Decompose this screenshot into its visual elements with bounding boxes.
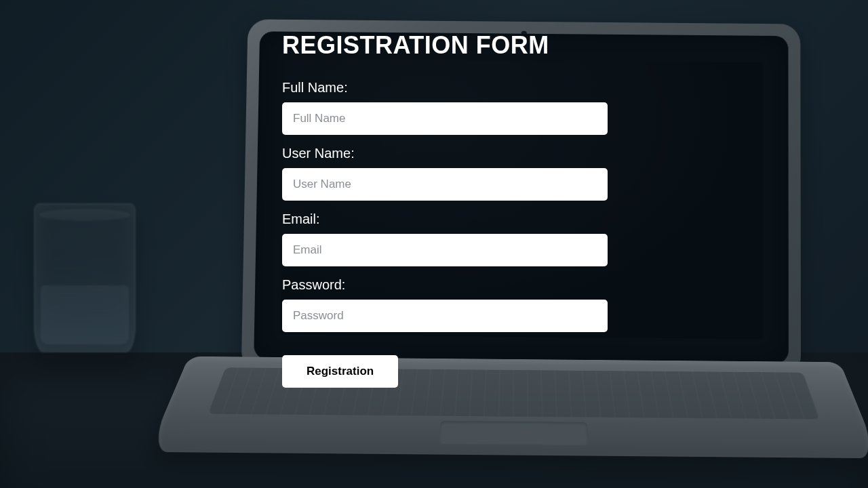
registration-button[interactable]: Registration <box>282 355 398 388</box>
field-password: Password: <box>282 277 608 332</box>
email-label: Email: <box>282 211 608 227</box>
user-name-label: User Name: <box>282 146 608 161</box>
full-name-label: Full Name: <box>282 80 608 96</box>
field-full-name: Full Name: <box>282 80 608 135</box>
email-input[interactable] <box>282 234 608 266</box>
page-title: REGISTRATION FORM <box>282 31 608 60</box>
password-label: Password: <box>282 277 608 293</box>
field-user-name: User Name: <box>282 146 608 201</box>
full-name-input[interactable] <box>282 102 608 135</box>
field-email: Email: <box>282 211 608 266</box>
registration-form: REGISTRATION FORM Full Name: User Name: … <box>282 0 608 388</box>
password-input[interactable] <box>282 300 608 332</box>
user-name-input[interactable] <box>282 168 608 201</box>
